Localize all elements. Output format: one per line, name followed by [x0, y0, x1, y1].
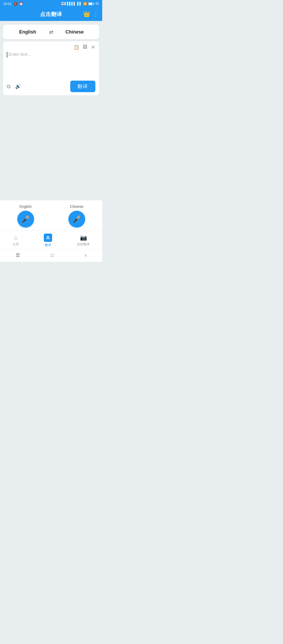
signal-icon: ▌▌▌▌: [67, 2, 76, 5]
voice-button-english[interactable]: 🎤: [17, 211, 34, 227]
nav-item-camera[interactable]: 📷 拍照翻译: [77, 234, 90, 247]
voice-button-chinese[interactable]: 🎤: [68, 211, 85, 227]
status-left: 20:01 🔕 ⏰: [3, 2, 23, 6]
language-selector: English ⇄ Chinese: [3, 25, 99, 39]
signal2-icon: ▌▌: [77, 2, 82, 5]
paste-icon[interactable]: 📋: [74, 45, 79, 50]
home-label: 主页: [13, 242, 19, 247]
bottom-nav: ⌂ 主页 A 翻译 📷 拍照翻译: [0, 231, 102, 249]
app-header: 点击翻译 👑 ⋮: [0, 7, 102, 21]
voice-label-english: English: [20, 204, 32, 209]
source-language-label[interactable]: English: [9, 29, 46, 35]
text-cursor: [7, 52, 7, 58]
input-action-left: ⧉ 🔊: [7, 84, 21, 90]
system-nav: ☰ □ ‹: [0, 249, 102, 262]
time-display: 20:01: [3, 2, 12, 6]
voice-item-chinese: Chinese 🎤: [68, 204, 85, 227]
clear-input-icon[interactable]: ✕: [91, 44, 95, 50]
copy-icon[interactable]: ⧉: [7, 84, 10, 90]
translate-icon: A: [44, 234, 52, 242]
status-right: HD ▌▌▌▌ ▌▌ 📶 82: [61, 2, 99, 5]
voice-label-chinese: Chinese: [70, 204, 83, 209]
voice-item-english: English 🎤: [17, 204, 34, 227]
nav-item-translate[interactable]: A 翻译: [44, 234, 52, 247]
translate-button[interactable]: 翻译: [70, 81, 95, 92]
system-back-button[interactable]: ‹: [81, 252, 91, 259]
more-options-icon[interactable]: ⋮: [93, 11, 99, 17]
input-actions: ⧉ 🔊 翻译: [7, 81, 95, 92]
crown-icon[interactable]: 👑: [83, 11, 90, 18]
status-bar: 20:01 🔕 ⏰ HD ▌▌▌▌ ▌▌ 📶 82: [0, 0, 102, 7]
text-input-container[interactable]: Enter text...: [7, 52, 95, 78]
main-content: [0, 95, 102, 200]
speaker-icon[interactable]: 🔊: [15, 84, 21, 89]
battery-indicator: [88, 2, 94, 5]
voice-section: English 🎤 Chinese 🎤: [0, 200, 102, 231]
translate-label: 翻译: [45, 243, 51, 247]
camera-icon: 📷: [80, 234, 87, 241]
mute-icon: 🔕: [13, 2, 18, 6]
system-menu-button[interactable]: ☰: [12, 251, 24, 259]
wifi-icon: 📶: [83, 2, 87, 5]
system-home-button[interactable]: □: [47, 252, 58, 259]
app-title: 点击翻译: [40, 11, 62, 18]
alarm-icon: ⏰: [19, 2, 23, 5]
nav-item-home[interactable]: ⌂ 主页: [13, 234, 19, 247]
home-icon: ⌂: [14, 234, 17, 241]
header-icons: 👑 ⋮: [83, 11, 99, 18]
placeholder-text: Enter text...: [8, 52, 31, 57]
image-translate-icon[interactable]: 🖼: [83, 45, 87, 50]
hd-badge: HD: [61, 2, 66, 5]
microphone-icon-english: 🎤: [21, 215, 30, 223]
input-toolbar: 📋 🖼 ✕: [7, 44, 95, 50]
camera-label: 拍照翻译: [77, 242, 90, 247]
input-area: 📋 🖼 ✕ Enter text... ⧉ 🔊 翻译: [3, 41, 99, 95]
swap-languages-icon[interactable]: ⇄: [46, 29, 56, 35]
target-language-label[interactable]: Chinese: [56, 29, 93, 35]
microphone-icon-chinese: 🎤: [73, 215, 81, 223]
battery-level: 82: [96, 2, 99, 5]
